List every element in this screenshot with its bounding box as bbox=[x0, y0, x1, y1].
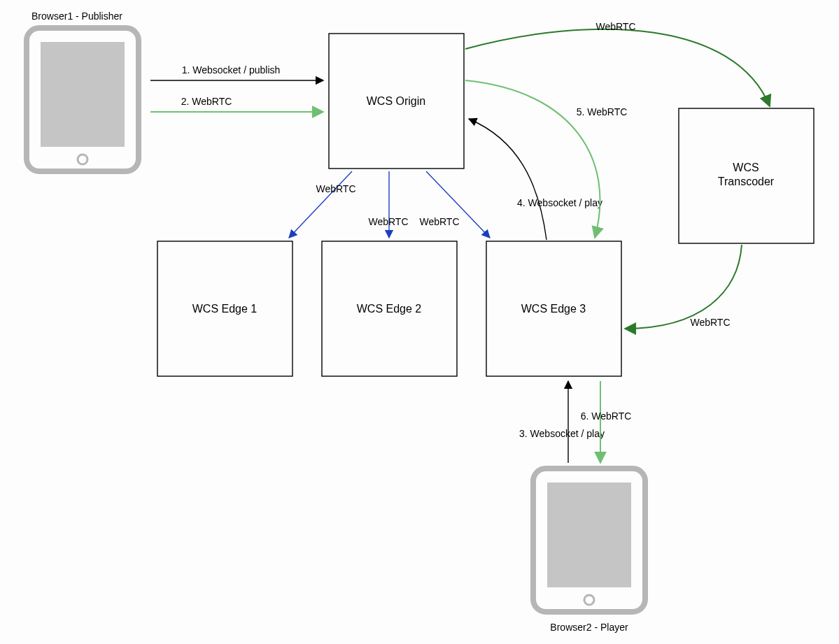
wcs-edge1-label: WCS Edge 1 bbox=[192, 303, 258, 315]
edge-3-label: 3. Websocket / play bbox=[519, 428, 605, 439]
edge-4-websocket-play: 4. Websocket / play bbox=[469, 119, 602, 240]
svg-rect-1 bbox=[41, 42, 125, 147]
edge-origin-edge1-label: WebRTC bbox=[316, 183, 355, 194]
edge-6-webrtc: 6. WebRTC bbox=[581, 381, 632, 463]
edge-5-label: 5. WebRTC bbox=[577, 106, 628, 117]
wcs-edge1-node: WCS Edge 1 bbox=[157, 241, 292, 376]
wcs-edge2-label: WCS Edge 2 bbox=[357, 303, 422, 315]
edge-6-label: 6. WebRTC bbox=[581, 410, 632, 422]
svg-rect-9 bbox=[547, 482, 631, 587]
edge-2-label: 2. WebRTC bbox=[181, 96, 232, 107]
wcs-origin-node: WCS Origin bbox=[329, 34, 464, 169]
wcs-edge3-label: WCS Edge 3 bbox=[521, 303, 586, 315]
browser2-label: Browser2 - Player bbox=[550, 622, 628, 633]
browser1-label: Browser1 - Publisher bbox=[31, 10, 122, 22]
edge-1-websocket-publish: 1. Websocket / publish bbox=[150, 64, 323, 80]
edge-2-webrtc: 2. WebRTC bbox=[150, 96, 323, 112]
wcs-edge3-node: WCS Edge 3 bbox=[486, 241, 621, 376]
edge-origin-edge1: WebRTC bbox=[289, 171, 356, 238]
edge-4-label: 4. Websocket / play bbox=[517, 197, 602, 208]
edge-1-label: 1. Websocket / publish bbox=[182, 64, 281, 76]
edge-origin-edge3: WebRTC bbox=[419, 171, 490, 238]
svg-point-10 bbox=[584, 595, 594, 605]
wcs-transcoder-label2: Transcoder bbox=[718, 176, 775, 187]
edge-origin-edge2: WebRTC bbox=[368, 171, 408, 238]
wcs-edge2-node: WCS Edge 2 bbox=[322, 241, 457, 376]
edge-transcoder-edge3-label: WebRTC bbox=[690, 317, 730, 328]
wcs-origin-label: WCS Origin bbox=[367, 95, 425, 107]
edge-origin-edge2-label: WebRTC bbox=[368, 216, 408, 227]
edge-transcoder-edge3: WebRTC bbox=[625, 245, 742, 329]
edge-5-webrtc: 5. WebRTC bbox=[465, 80, 627, 238]
browser2-device: Browser2 - Player bbox=[533, 468, 645, 633]
svg-line-15 bbox=[426, 171, 490, 238]
edge-origin-transcoder: WebRTC bbox=[465, 21, 770, 106]
wcs-transcoder-node: WCS Transcoder bbox=[679, 108, 814, 243]
svg-line-13 bbox=[289, 171, 352, 238]
wcs-transcoder-label: WCS bbox=[733, 162, 759, 173]
edge-3-websocket-play: 3. Websocket / play bbox=[519, 381, 605, 463]
svg-point-2 bbox=[78, 155, 87, 164]
browser1-device: Browser1 - Publisher bbox=[27, 10, 139, 171]
edge-origin-transcoder-label: WebRTC bbox=[595, 21, 635, 32]
edge-origin-edge3-label: WebRTC bbox=[419, 216, 459, 227]
